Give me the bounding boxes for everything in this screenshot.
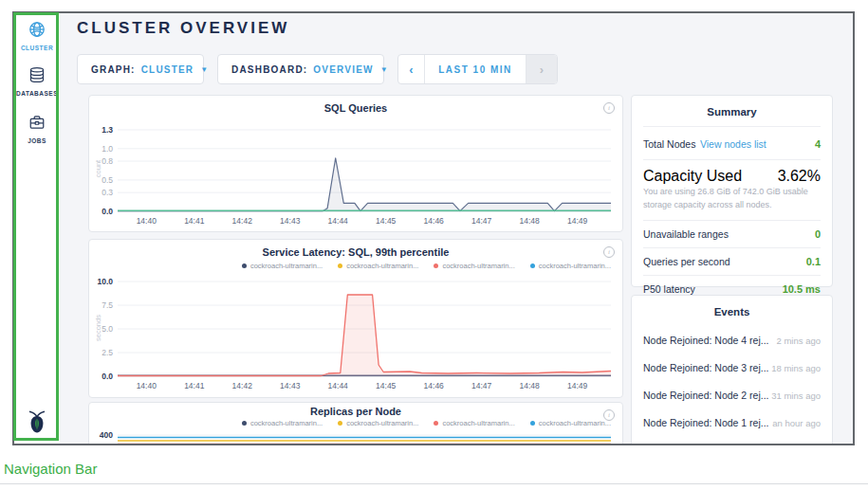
graph-dropdown[interactable]: GRAPH: CLUSTER ▼ bbox=[77, 54, 204, 84]
legend-item: cockroach-ultramarin... bbox=[530, 262, 611, 270]
total-nodes-label: Total Nodes bbox=[643, 138, 695, 150]
legend-dot bbox=[338, 421, 342, 426]
legend-dot bbox=[242, 421, 247, 426]
databases-icon bbox=[28, 66, 46, 87]
legend-dot bbox=[530, 263, 535, 268]
chevron-down-icon: ▼ bbox=[200, 65, 208, 74]
sql-queries-chart-card: SQL Queries i 1.31.00.80.50.30.014:4014:… bbox=[88, 95, 623, 232]
events-title: Events bbox=[632, 296, 832, 326]
replicas-chart-card: Replicas per Node i cockroach-ultramarin… bbox=[88, 402, 623, 445]
svg-text:14:48: 14:48 bbox=[520, 381, 541, 390]
summary-row-total-nodes: Total Nodes View nodes list 4 bbox=[643, 126, 821, 159]
time-prev-button[interactable]: ‹ bbox=[398, 55, 424, 83]
svg-text:14:42: 14:42 bbox=[232, 216, 253, 226]
svg-text:14:47: 14:47 bbox=[471, 216, 492, 226]
service-latency-chart-card: Service Latency: SQL, 99th percentile i … bbox=[88, 239, 623, 398]
service-latency-chart: 10.07.55.02.50.014:4014:4114:4214:4314:4… bbox=[93, 276, 617, 393]
svg-text:14:43: 14:43 bbox=[280, 216, 301, 226]
legend-dot bbox=[242, 263, 247, 268]
time-next-button[interactable]: › bbox=[526, 55, 557, 83]
info-icon[interactable]: i bbox=[603, 246, 615, 258]
svg-text:14:44: 14:44 bbox=[328, 216, 349, 226]
dashboard-dropdown-label: DASHBOARD: bbox=[231, 64, 307, 75]
sidebar-item-jobs[interactable]: JOBS bbox=[14, 114, 60, 144]
svg-text:0.5: 0.5 bbox=[102, 175, 113, 185]
summary-panel: Summary Total Nodes View nodes list 4 Ca… bbox=[631, 95, 833, 287]
svg-text:0.0: 0.0 bbox=[102, 207, 113, 216]
svg-text:seconds: seconds bbox=[94, 315, 102, 341]
sidebar-item-label: CLUSTER bbox=[14, 45, 60, 51]
svg-text:14:48: 14:48 bbox=[520, 216, 541, 226]
event-row: Node Rejoined: Node 3 rej... 18 mins ago bbox=[643, 354, 821, 381]
legend-item: cockroach-ultramarin... bbox=[242, 419, 323, 427]
svg-text:14:49: 14:49 bbox=[567, 381, 588, 390]
svg-text:14:45: 14:45 bbox=[376, 216, 397, 226]
summary-row: Unavailable ranges 0 bbox=[643, 220, 821, 247]
legend-item: cockroach-ultramarin... bbox=[434, 419, 514, 427]
svg-text:14:41: 14:41 bbox=[184, 381, 205, 390]
summary-row: Queries per second 0.1 bbox=[643, 247, 821, 275]
graph-dropdown-label: GRAPH: bbox=[91, 64, 136, 75]
svg-text:14:45: 14:45 bbox=[376, 381, 397, 390]
chart-title: Replicas per Node bbox=[89, 406, 622, 417]
svg-text:0.8: 0.8 bbox=[102, 156, 113, 166]
chart-legend: cockroach-ultramarin... cockroach-ultram… bbox=[89, 419, 622, 427]
dashboard-dropdown[interactable]: DASHBOARD: OVERVIEW ▼ bbox=[217, 54, 384, 84]
events-panel: Events Node Rejoined: Node 4 rej... 2 mi… bbox=[631, 295, 833, 445]
graph-dropdown-value: CLUSTER bbox=[141, 64, 194, 75]
replicas-chart: 40014:4014:4114:4214:4314:4414:4514:4614… bbox=[93, 429, 617, 445]
info-icon[interactable]: i bbox=[603, 102, 615, 114]
svg-text:14:41: 14:41 bbox=[184, 216, 205, 226]
svg-text:0.3: 0.3 bbox=[102, 188, 113, 197]
chart-title: SQL Queries bbox=[89, 102, 622, 114]
svg-text:10.0: 10.0 bbox=[97, 277, 113, 286]
sidebar-item-label: DATABASES bbox=[14, 90, 60, 97]
navigation-bar: CLUSTER DATABASES bbox=[14, 13, 60, 444]
annotation-caption: Navigation Bar bbox=[4, 461, 97, 477]
svg-text:400: 400 bbox=[100, 430, 113, 440]
svg-text:14:44: 14:44 bbox=[328, 381, 349, 390]
capacity-used-label: Capacity Used bbox=[643, 168, 742, 185]
svg-text:14:46: 14:46 bbox=[424, 216, 445, 226]
legend-dot bbox=[530, 421, 535, 426]
svg-text:0.0: 0.0 bbox=[102, 372, 113, 381]
svg-text:2.5: 2.5 bbox=[102, 348, 113, 357]
dashboard-dropdown-value: OVERVIEW bbox=[313, 64, 373, 75]
cockroach-logo[interactable] bbox=[14, 410, 60, 438]
jobs-icon bbox=[28, 114, 46, 135]
event-row: Node Rejoined: Node 2 rej... 31 mins ago bbox=[643, 381, 821, 408]
svg-text:14:46: 14:46 bbox=[424, 381, 445, 390]
time-range-value[interactable]: LAST 10 MIN bbox=[424, 55, 526, 83]
legend-item: cockroach-ultramarin... bbox=[338, 262, 418, 270]
svg-text:1.3: 1.3 bbox=[102, 125, 113, 135]
svg-text:14:47: 14:47 bbox=[471, 381, 492, 390]
page-title: CLUSTER OVERVIEW bbox=[77, 19, 289, 38]
total-nodes-value: 4 bbox=[815, 138, 821, 150]
globe-icon bbox=[28, 21, 46, 42]
info-icon[interactable]: i bbox=[603, 409, 615, 421]
event-row: Node Rejoined: Node 4 rej... an hour ago bbox=[643, 436, 821, 445]
legend-item: cockroach-ultramarin... bbox=[242, 262, 323, 270]
legend-item: cockroach-ultramarin... bbox=[338, 419, 418, 427]
svg-text:5.0: 5.0 bbox=[102, 324, 113, 334]
legend-dot bbox=[338, 263, 342, 268]
svg-text:14:42: 14:42 bbox=[232, 381, 253, 390]
svg-text:14:40: 14:40 bbox=[137, 216, 157, 226]
event-row: Node Rejoined: Node 1 rej... an hour ago bbox=[643, 408, 821, 436]
sidebar-item-label: JOBS bbox=[14, 137, 60, 144]
svg-text:1.0: 1.0 bbox=[102, 144, 113, 154]
view-nodes-list-link[interactable]: View nodes list bbox=[700, 138, 766, 150]
sidebar-item-databases[interactable]: DATABASES bbox=[14, 66, 60, 97]
capacity-note: You are using 26.8 GiB of 742.0 GiB usab… bbox=[643, 186, 821, 220]
page-divider bbox=[0, 483, 868, 484]
legend-item: cockroach-ultramarin... bbox=[434, 262, 514, 270]
svg-text:14:49: 14:49 bbox=[567, 216, 588, 226]
time-range-selector: ‹ LAST 10 MIN › bbox=[397, 54, 558, 84]
svg-text:14:43: 14:43 bbox=[280, 381, 301, 390]
svg-text:7.5: 7.5 bbox=[102, 300, 113, 310]
app-window: CLUSTER DATABASES bbox=[12, 11, 855, 445]
summary-title: Summary bbox=[632, 96, 832, 126]
capacity-used-value: 3.62% bbox=[778, 168, 821, 185]
svg-text:14:40: 14:40 bbox=[137, 381, 157, 390]
sidebar-item-cluster[interactable]: CLUSTER bbox=[14, 21, 60, 51]
